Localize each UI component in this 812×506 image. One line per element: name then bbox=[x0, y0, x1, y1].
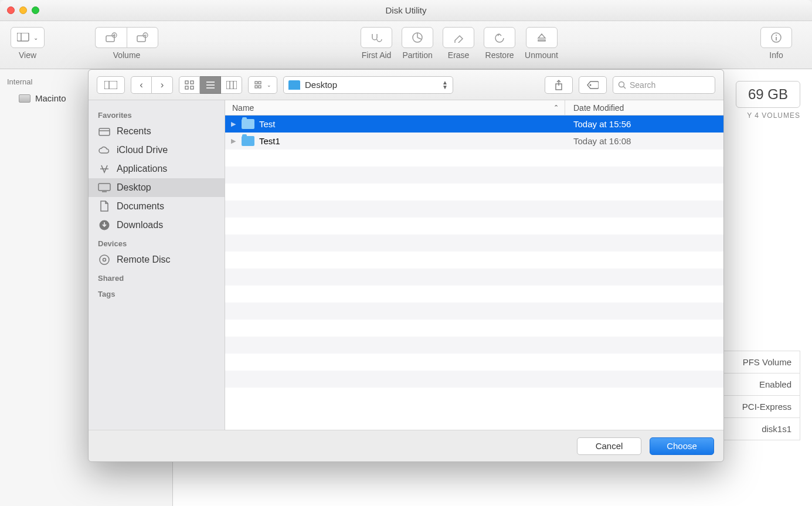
eject-icon bbox=[536, 32, 547, 43]
sidebar-item-icloud[interactable]: iCloud Drive bbox=[89, 141, 225, 159]
view-button[interactable]: ⌄ bbox=[11, 27, 45, 48]
folder-icon bbox=[242, 119, 254, 129]
sheet-toolbar: ‹ › ⌄ Desktop ▲▼ Search bbox=[89, 70, 723, 100]
path-label: Desktop bbox=[305, 80, 337, 90]
file-name: Test1 bbox=[259, 136, 280, 146]
svg-rect-0 bbox=[17, 33, 29, 41]
file-date: Today at 15:56 bbox=[565, 119, 723, 129]
svg-rect-29 bbox=[255, 86, 257, 88]
svg-rect-2 bbox=[106, 36, 114, 42]
choose-button[interactable]: Choose bbox=[650, 437, 714, 455]
svg-point-13 bbox=[776, 35, 777, 36]
toggle-sidebar-button[interactable] bbox=[97, 76, 125, 94]
partition-button[interactable] bbox=[402, 27, 433, 48]
minimize-window-button[interactable] bbox=[19, 6, 27, 14]
disc-icon bbox=[98, 254, 111, 265]
file-list[interactable]: ▶ Test Today at 15:56 ▶ Test1 Today at 1… bbox=[225, 116, 723, 430]
file-row[interactable]: ▶ Test1 Today at 16:08 bbox=[225, 133, 723, 150]
partition-label: Partition bbox=[402, 50, 432, 60]
file-chooser-sheet: ‹ › ⌄ Desktop ▲▼ Search bbox=[88, 69, 724, 462]
columns-icon bbox=[226, 81, 237, 89]
svg-rect-19 bbox=[185, 86, 188, 89]
sidebar-item-downloads[interactable]: Downloads bbox=[89, 216, 225, 235]
column-date-modified[interactable]: Date Modified bbox=[565, 100, 723, 115]
svg-point-33 bbox=[590, 84, 592, 86]
sidebar-item-label: Documents bbox=[117, 201, 164, 212]
volumes-count: Y 4 VOLUMES bbox=[736, 111, 800, 120]
view-label: View bbox=[19, 50, 36, 60]
info-button[interactable] bbox=[760, 27, 792, 48]
volume-remove-button[interactable] bbox=[127, 27, 158, 48]
devices-header: Devices bbox=[89, 235, 225, 250]
close-window-button[interactable] bbox=[7, 6, 15, 14]
svg-rect-24 bbox=[226, 81, 237, 89]
chevron-down-icon: ⌄ bbox=[267, 82, 271, 88]
desktop-icon bbox=[98, 182, 111, 193]
cloud-icon bbox=[98, 145, 111, 155]
volume-plus-icon bbox=[105, 32, 118, 43]
tags-button[interactable] bbox=[579, 76, 607, 94]
sidebar-item-desktop[interactable]: Desktop bbox=[89, 178, 225, 197]
list-icon bbox=[206, 81, 215, 89]
search-field[interactable]: Search bbox=[613, 76, 715, 94]
file-row[interactable]: ▶ Test Today at 15:56 bbox=[225, 116, 723, 133]
file-list-area: Name ⌃ Date Modified ▶ Test Today bbox=[225, 100, 723, 430]
restore-button[interactable] bbox=[484, 27, 515, 48]
unmount-button[interactable] bbox=[526, 27, 558, 48]
path-popup[interactable]: Desktop ▲▼ bbox=[283, 76, 453, 94]
svg-point-34 bbox=[619, 81, 624, 87]
view-list-button[interactable] bbox=[200, 76, 221, 94]
view-column-button[interactable] bbox=[221, 76, 242, 94]
chevron-left-icon: ‹ bbox=[140, 79, 143, 91]
zoom-window-button[interactable] bbox=[32, 6, 39, 14]
sort-ascending-icon: ⌃ bbox=[553, 104, 559, 111]
folder-icon bbox=[242, 136, 254, 146]
cancel-button[interactable]: Cancel bbox=[577, 437, 641, 455]
group-by-button[interactable]: ⌄ bbox=[248, 76, 277, 94]
grid-icon bbox=[185, 80, 194, 90]
group-icon bbox=[254, 81, 265, 89]
documents-icon bbox=[98, 201, 111, 212]
sidebar-item-documents[interactable]: Documents bbox=[89, 197, 225, 216]
applications-icon bbox=[98, 164, 111, 174]
chevron-down-icon: ⌄ bbox=[33, 35, 38, 41]
main-toolbar: ⌄ View Volume First Aid Partition bbox=[0, 21, 812, 69]
sidebar-item-label: Recents bbox=[117, 126, 151, 137]
erase-button[interactable] bbox=[443, 27, 474, 48]
folder-icon bbox=[288, 80, 300, 90]
disk-size: 69 GB bbox=[736, 81, 800, 108]
back-button[interactable]: ‹ bbox=[131, 76, 152, 94]
column-name[interactable]: Name ⌃ bbox=[225, 100, 565, 115]
downloads-icon bbox=[98, 220, 111, 230]
forward-button[interactable]: › bbox=[152, 76, 173, 94]
first-aid-label: First Aid bbox=[362, 50, 392, 60]
svg-rect-20 bbox=[191, 86, 193, 89]
sidebar-icon bbox=[17, 33, 32, 42]
disk-name: Macinto bbox=[35, 93, 66, 103]
erase-label: Erase bbox=[448, 50, 470, 60]
svg-rect-15 bbox=[104, 81, 117, 89]
search-placeholder: Search bbox=[630, 80, 655, 90]
sidebar-item-remote-disc[interactable]: Remote Disc bbox=[89, 250, 225, 269]
view-icon-button[interactable] bbox=[179, 76, 200, 94]
restore-icon bbox=[494, 32, 505, 43]
svg-point-42 bbox=[103, 259, 106, 262]
sidebar-item-recents[interactable]: Recents bbox=[89, 122, 225, 141]
share-button[interactable] bbox=[545, 76, 573, 94]
sidebar-icon bbox=[104, 81, 117, 89]
volume-minus-icon bbox=[136, 32, 149, 43]
svg-rect-38 bbox=[98, 184, 110, 191]
sidebar-item-label: Downloads bbox=[117, 220, 163, 230]
sidebar-item-applications[interactable]: Applications bbox=[89, 159, 225, 178]
disclosure-triangle-icon[interactable]: ▶ bbox=[231, 137, 237, 145]
pie-icon bbox=[412, 32, 423, 43]
sheet-body: Favorites Recents iCloud Drive Applicati… bbox=[89, 100, 723, 430]
sheet-footer: Cancel Choose bbox=[89, 430, 723, 461]
volume-add-button[interactable] bbox=[95, 27, 127, 48]
file-name: Test bbox=[259, 119, 276, 129]
first-aid-button[interactable] bbox=[361, 27, 392, 48]
window-title: Disk Utility bbox=[0, 5, 812, 15]
sidebar-item-label: iCloud Drive bbox=[117, 145, 168, 155]
disclosure-triangle-icon[interactable]: ▶ bbox=[231, 120, 237, 128]
svg-rect-28 bbox=[259, 81, 261, 84]
